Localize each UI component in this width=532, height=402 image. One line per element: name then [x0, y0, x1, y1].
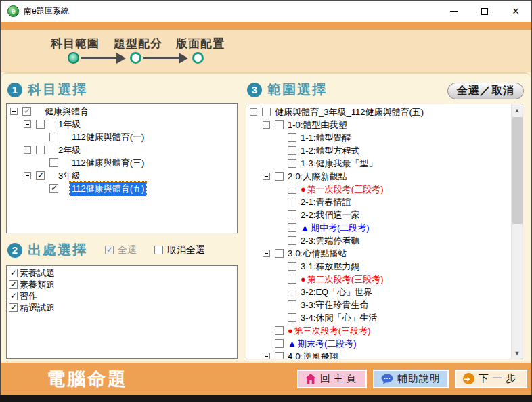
- tree-node[interactable]: ▲期中考(二段考): [250, 221, 523, 234]
- tree-node-label[interactable]: 2-0:人際新觀點: [286, 170, 349, 183]
- tree-node-label[interactable]: 健康與體育_3年級_112健康與體育(五): [273, 106, 426, 119]
- node-checkbox[interactable]: [275, 172, 284, 181]
- tree-node[interactable]: 健康與體育_3年級_112健康與體育(五): [250, 106, 523, 118]
- tree-node-label[interactable]: 3-3:守住珍貴生命: [298, 298, 370, 312]
- tree-node[interactable]: ●第三次段考(三段考): [250, 324, 523, 337]
- tree-node-label[interactable]: ●第二次段考(三段考): [298, 273, 386, 286]
- tree-node[interactable]: 1-3:健康我最「型」: [250, 157, 523, 170]
- tree-node[interactable]: 2-2:我們這一家: [250, 208, 523, 221]
- node-checkbox[interactable]: [288, 210, 296, 219]
- scroll-down-icon[interactable]: ▼: [512, 347, 523, 359]
- node-checkbox[interactable]: [36, 171, 45, 180]
- tree-node-label[interactable]: 健康與體育: [43, 105, 91, 118]
- node-checkbox[interactable]: [49, 158, 58, 167]
- source-list-item[interactable]: 精選試題: [7, 302, 237, 313]
- node-checkbox[interactable]: [22, 107, 31, 116]
- node-checkbox[interactable]: [275, 120, 284, 129]
- node-checkbox[interactable]: [288, 223, 296, 232]
- tree-node-label[interactable]: 112健康與體育(三): [70, 156, 146, 170]
- item-checkbox[interactable]: [9, 292, 18, 300]
- node-checkbox[interactable]: [288, 300, 296, 309]
- tree-node[interactable]: 1年級: [10, 118, 237, 131]
- node-checkbox[interactable]: [36, 146, 45, 154]
- item-checkbox[interactable]: [9, 269, 18, 277]
- node-checkbox[interactable]: [262, 108, 271, 116]
- node-checkbox[interactable]: [288, 288, 296, 296]
- step-dot-2[interactable]: [130, 52, 141, 64]
- tree-node[interactable]: 3-2:EQ「心」世界: [250, 286, 523, 298]
- collapse-minus-icon[interactable]: [263, 121, 270, 129]
- scroll-up-icon[interactable]: ▲: [512, 104, 523, 116]
- home-button[interactable]: 回主頁: [297, 370, 367, 388]
- help-button[interactable]: 輔助說明: [373, 370, 449, 388]
- tree-node-label[interactable]: 3-0:心情點播站: [286, 247, 349, 261]
- tree-node-label[interactable]: 112健康與體育(一): [70, 131, 146, 144]
- step-dot-3[interactable]: [192, 52, 204, 64]
- tree-node[interactable]: ▲期末考(二段考): [250, 337, 523, 350]
- tree-node-label[interactable]: ●第三次段考(三段考): [286, 324, 373, 338]
- scrollbar[interactable]: ▲ ▼: [511, 104, 523, 359]
- node-checkbox[interactable]: [49, 184, 58, 193]
- tree-node[interactable]: 1-2:體型方程式: [250, 144, 523, 157]
- tree-node[interactable]: 2-0:人際新觀點: [250, 170, 523, 183]
- select-toggle-button[interactable]: 全選／取消: [447, 83, 524, 99]
- node-checkbox[interactable]: [36, 120, 45, 129]
- source-list-item[interactable]: 素養類題: [7, 279, 237, 290]
- tree-node-label[interactable]: 3-4:休閒「心」生活: [298, 311, 379, 325]
- node-checkbox[interactable]: [275, 326, 284, 335]
- step-dot-1[interactable]: [68, 52, 79, 64]
- tree-node[interactable]: 健康與體育: [10, 105, 237, 118]
- tree-node-label[interactable]: ▲期末考(二段考): [286, 337, 359, 351]
- tree-node-label[interactable]: 1年級: [56, 118, 83, 131]
- tree-node[interactable]: 2年級: [10, 143, 237, 156]
- tree-node-label[interactable]: 2年級: [56, 143, 83, 157]
- tree-node[interactable]: 3-1:釋放壓力鍋: [250, 260, 523, 273]
- deselect-all-checkbox[interactable]: 取消全選: [154, 244, 205, 256]
- node-checkbox[interactable]: [49, 133, 58, 141]
- node-checkbox[interactable]: [275, 339, 284, 348]
- tree-node[interactable]: 1-1:體型覺醒: [250, 131, 523, 144]
- tree-node[interactable]: ●第二次段考(三段考): [250, 273, 523, 286]
- maximize-button[interactable]: [469, 1, 500, 22]
- tree-node-label[interactable]: 4-0:逆風飛翔: [286, 350, 340, 360]
- tree-node[interactable]: 2-1:青春情誼: [250, 196, 523, 208]
- item-checkbox[interactable]: [9, 303, 18, 312]
- node-checkbox[interactable]: [275, 249, 284, 258]
- tree-node-label[interactable]: 2-2:我們這一家: [298, 208, 361, 222]
- node-checkbox[interactable]: [288, 133, 296, 142]
- scrollbar-thumb[interactable]: [512, 117, 523, 224]
- close-button[interactable]: ✕: [500, 1, 531, 22]
- node-checkbox[interactable]: [288, 185, 296, 194]
- tree-node-label[interactable]: 1-3:健康我最「型」: [298, 157, 379, 171]
- select-all-checkbox[interactable]: 全選: [105, 244, 137, 256]
- tree-node-label[interactable]: 1-2:體型方程式: [298, 144, 361, 158]
- tree-node-label[interactable]: ●第一次段考(三段考): [298, 183, 386, 196]
- node-checkbox[interactable]: [288, 275, 296, 284]
- node-checkbox[interactable]: [288, 313, 296, 322]
- node-checkbox[interactable]: [288, 198, 296, 206]
- collapse-minus-icon[interactable]: [263, 173, 270, 180]
- node-checkbox[interactable]: [288, 146, 296, 155]
- node-checkbox[interactable]: [288, 236, 296, 245]
- node-checkbox[interactable]: [288, 262, 296, 271]
- collapse-minus-icon[interactable]: [24, 172, 31, 179]
- node-checkbox[interactable]: [288, 159, 296, 168]
- tree-node-label[interactable]: 1-0:體型由我塑: [286, 118, 349, 132]
- tree-node-label[interactable]: 112健康與體育(五): [70, 182, 146, 196]
- tree-node-label[interactable]: 1-1:體型覺醒: [298, 131, 353, 145]
- source-list-item[interactable]: 素養試題: [7, 267, 237, 279]
- next-step-button[interactable]: ➜ 下一步: [455, 370, 527, 388]
- tree-node-label[interactable]: 3年級: [56, 169, 83, 183]
- tree-node[interactable]: 112健康與體育(五): [10, 182, 237, 195]
- tree-node[interactable]: 2-3:雲端停看聽: [250, 234, 523, 247]
- tree-node[interactable]: 3-3:守住珍貴生命: [250, 298, 523, 311]
- tree-node[interactable]: 3年級: [10, 169, 237, 182]
- collapse-minus-icon[interactable]: [24, 146, 31, 154]
- collapse-minus-icon[interactable]: [263, 250, 270, 257]
- minimize-button[interactable]: [438, 1, 469, 22]
- node-checkbox[interactable]: [275, 352, 284, 359]
- tree-node[interactable]: 112健康與體育(一): [10, 131, 237, 143]
- collapse-minus-icon[interactable]: [263, 353, 270, 359]
- collapse-minus-icon[interactable]: [250, 108, 257, 116]
- tree-node-label[interactable]: 3-1:釋放壓力鍋: [298, 260, 361, 273]
